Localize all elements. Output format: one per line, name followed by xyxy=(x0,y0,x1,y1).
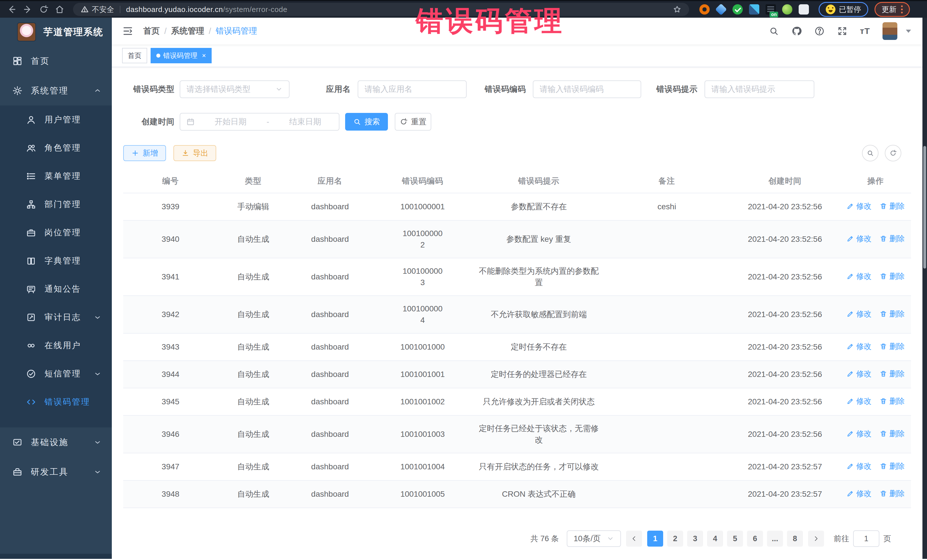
sidebar-item-错误码管理[interactable]: 错误码管理 xyxy=(0,388,112,416)
delete-link[interactable]: 删除 xyxy=(880,460,905,472)
extension-icon-orange[interactable] xyxy=(699,4,710,15)
error-code-input[interactable]: 请输入错误码编码 xyxy=(533,80,641,98)
chevron-down-icon[interactable] xyxy=(906,30,911,33)
cell-error-code: 1001000002 xyxy=(371,220,474,258)
user-avatar[interactable] xyxy=(883,22,897,40)
app-name-input[interactable]: 请输入应用名 xyxy=(358,80,467,98)
page-button-1[interactable]: 1 xyxy=(647,531,663,546)
error-hint-input[interactable]: 请输入错误码提示 xyxy=(705,80,815,98)
end-date-placeholder[interactable]: 结束日期 xyxy=(289,116,321,127)
extension-icon-gem[interactable] xyxy=(715,3,727,15)
sidebar-item-在线用户[interactable]: 在线用户 xyxy=(0,331,112,360)
edit-link[interactable]: 修改 xyxy=(846,488,872,499)
page-button-4[interactable]: 4 xyxy=(707,531,723,546)
edit-link[interactable]: 修改 xyxy=(846,460,872,472)
sidebar-item-用户管理[interactable]: 用户管理 xyxy=(0,106,112,134)
github-icon[interactable] xyxy=(792,26,802,36)
edit-link[interactable]: 修改 xyxy=(846,200,872,212)
browser-update-button[interactable]: 更新 xyxy=(874,2,910,17)
add-button[interactable]: 新增 xyxy=(123,145,166,161)
page-button-5[interactable]: 5 xyxy=(727,531,743,546)
extensions-puzzle-icon[interactable] xyxy=(799,4,809,15)
page-ellipsis[interactable]: ... xyxy=(767,531,783,546)
hamburger-icon[interactable] xyxy=(122,25,134,37)
sidebar-item-基础设施[interactable]: 基础设施 xyxy=(0,427,112,457)
extension-icon-squares[interactable] xyxy=(749,4,759,15)
users-icon xyxy=(26,143,36,153)
sidebar-item-角色管理[interactable]: 角色管理 xyxy=(0,134,112,162)
bookmark-star-icon[interactable] xyxy=(673,5,682,14)
delete-link[interactable]: 删除 xyxy=(880,270,905,282)
delete-link[interactable]: 删除 xyxy=(880,341,905,352)
goto-page-input[interactable]: 1 xyxy=(853,530,879,547)
browser-back-button[interactable] xyxy=(5,3,18,16)
error-type-select[interactable]: 请选择错误码类型 xyxy=(180,80,290,98)
page-size-select[interactable]: 10条/页 xyxy=(567,530,621,547)
chevron-down-icon xyxy=(94,438,102,446)
tag-dot xyxy=(156,54,160,58)
close-icon[interactable]: × xyxy=(202,52,206,59)
help-icon[interactable] xyxy=(815,26,825,36)
reset-button[interactable]: 重置 xyxy=(395,113,431,131)
edit-link[interactable]: 修改 xyxy=(846,270,872,282)
app-logo-row[interactable]: 芋道管理系统 xyxy=(0,18,112,46)
edit-link[interactable]: 修改 xyxy=(846,396,872,407)
breadcrumb-item[interactable]: 首页 xyxy=(143,25,160,37)
page-button-3[interactable]: 3 xyxy=(687,531,703,546)
edit-link[interactable]: 修改 xyxy=(846,341,872,352)
breadcrumb-item[interactable]: 系统管理 xyxy=(171,25,204,37)
font-size-icon[interactable]: тT xyxy=(860,26,870,36)
table-cell: 自动生成 xyxy=(217,333,289,361)
page-button-6[interactable]: 6 xyxy=(747,531,763,546)
sidebar-item-菜单管理[interactable]: 菜单管理 xyxy=(0,162,112,190)
sidebar-item-岗位管理[interactable]: 岗位管理 xyxy=(0,219,112,247)
extension-icon-key[interactable] xyxy=(782,4,792,15)
extension-icon-green-check[interactable] xyxy=(732,4,743,15)
table-cell: 参数配置不存在 xyxy=(474,193,604,220)
refresh-table-button[interactable] xyxy=(885,145,901,161)
toggle-search-button[interactable] xyxy=(862,145,878,161)
window-scrollbar[interactable] xyxy=(922,18,927,559)
address-bar[interactable]: 不安全 dashboard.yudao.iocoder.cn/system/er… xyxy=(73,3,689,16)
page-button-8[interactable]: 8 xyxy=(787,531,803,546)
delete-link[interactable]: 删除 xyxy=(880,308,905,320)
prev-page-button[interactable] xyxy=(626,531,642,546)
delete-link[interactable]: 删除 xyxy=(880,200,905,212)
browser-reload-button[interactable] xyxy=(37,3,50,16)
sidebar-item-研发工具[interactable]: 研发工具 xyxy=(0,457,112,487)
edit-link[interactable]: 修改 xyxy=(846,233,872,244)
browser-home-button[interactable] xyxy=(53,3,66,16)
next-page-button[interactable] xyxy=(808,531,824,546)
edit-link[interactable]: 修改 xyxy=(846,428,872,439)
date-range-picker[interactable]: 开始日期 - 结束日期 xyxy=(180,113,339,131)
delete-link[interactable]: 删除 xyxy=(880,488,905,499)
edit-link[interactable]: 修改 xyxy=(846,308,872,320)
browser-forward-button[interactable] xyxy=(21,3,34,16)
export-button[interactable]: 导出 xyxy=(173,145,216,161)
sidebar-item-首页[interactable]: 首页 xyxy=(0,46,112,76)
sidebar-item-字典管理[interactable]: 字典管理 xyxy=(0,247,112,275)
delete-link[interactable]: 删除 xyxy=(880,396,905,407)
edit-link[interactable]: 修改 xyxy=(846,368,872,379)
not-secure-badge[interactable]: 不安全 xyxy=(81,5,114,15)
delete-link[interactable]: 删除 xyxy=(880,428,905,439)
sidebar-item-审计日志[interactable]: 审计日志 xyxy=(0,303,112,331)
extension-icon-list[interactable]: on xyxy=(766,4,776,15)
page-button-2[interactable]: 2 xyxy=(667,531,683,546)
start-date-placeholder[interactable]: 开始日期 xyxy=(214,116,246,127)
search-icon[interactable] xyxy=(769,26,779,36)
sidebar-item-系统管理[interactable]: 系统管理 xyxy=(0,76,112,106)
browser-menu-icon[interactable] xyxy=(901,5,903,14)
sidebar-item-短信管理[interactable]: 短信管理 xyxy=(0,360,112,388)
scrollbar-thumb[interactable] xyxy=(923,146,926,269)
profile-paused-badge[interactable]: 已暂停 xyxy=(819,2,868,17)
sidebar-item-部门管理[interactable]: 部门管理 xyxy=(0,190,112,219)
tag-active[interactable]: 错误码管理× xyxy=(150,48,212,63)
devtools-icon xyxy=(12,467,22,477)
delete-link[interactable]: 删除 xyxy=(880,368,905,379)
tag-item[interactable]: 首页 xyxy=(122,48,147,63)
sidebar-item-通知公告[interactable]: 通知公告 xyxy=(0,275,112,303)
fullscreen-icon[interactable] xyxy=(837,26,847,36)
search-button[interactable]: 搜索 xyxy=(345,113,388,131)
delete-link[interactable]: 删除 xyxy=(880,233,905,244)
